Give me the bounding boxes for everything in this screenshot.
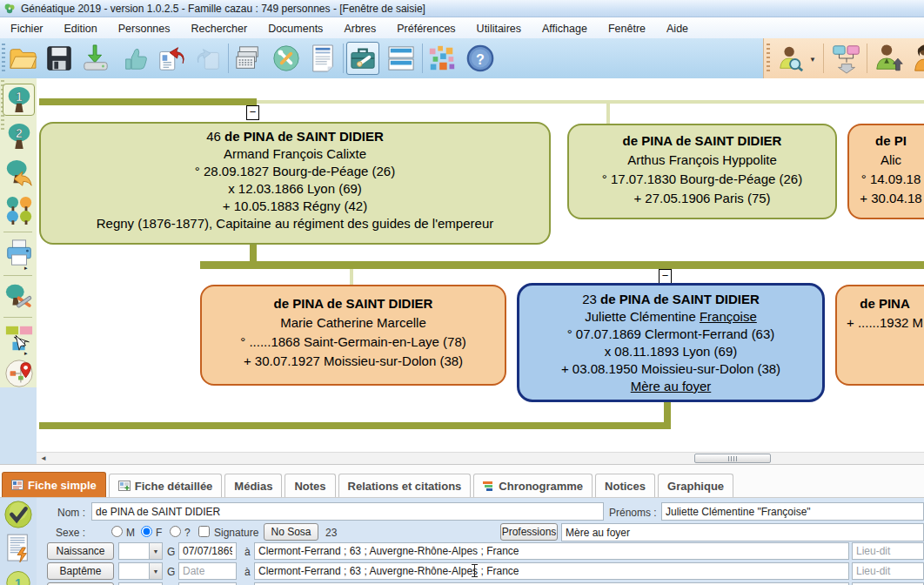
tab-fiche-detaillee[interactable]: Fiche détaillée bbox=[109, 474, 223, 497]
sexe-m-radio[interactable] bbox=[111, 526, 123, 537]
menu-aide[interactable]: Aide bbox=[656, 20, 699, 37]
tree-1-icon[interactable]: 1 bbox=[3, 569, 33, 585]
redo-icon[interactable] bbox=[192, 42, 225, 75]
sidebar-separator bbox=[3, 317, 32, 318]
validate-thumb-icon[interactable] bbox=[118, 42, 151, 75]
naissance-lieu-dit-input[interactable] bbox=[852, 542, 924, 560]
tab-relations-citations[interactable]: Relations et citations bbox=[338, 474, 472, 497]
naissance-date-input[interactable] bbox=[178, 542, 237, 560]
collapse-button[interactable]: − bbox=[659, 269, 672, 284]
workbench-icon[interactable] bbox=[346, 42, 379, 75]
combo-arrow-icon[interactable]: ▼ bbox=[149, 563, 162, 579]
quick-report-icon[interactable] bbox=[6, 533, 30, 564]
tree-connector bbox=[257, 100, 924, 104]
prenoms-input[interactable] bbox=[661, 502, 924, 521]
toolbar-separator bbox=[422, 44, 423, 73]
application-window: { "window": { "title": "Généatique 2019 … bbox=[0, 0, 924, 585]
person-birth: ° 28.09.1827 Bourg-de-Péage (26) bbox=[41, 163, 549, 180]
no-sosa-button[interactable]: No Sosa bbox=[264, 523, 318, 541]
signature-checkbox[interactable] bbox=[198, 526, 210, 537]
validate-check-icon[interactable] bbox=[3, 500, 33, 529]
map-icon[interactable] bbox=[3, 357, 35, 389]
panels-icon[interactable] bbox=[385, 42, 418, 75]
tools-icon[interactable] bbox=[270, 42, 303, 75]
menu-edition[interactable]: Edition bbox=[54, 20, 108, 37]
multi-trees-icon[interactable] bbox=[3, 193, 35, 225]
combo-arrow-icon[interactable]: ▼ bbox=[149, 543, 162, 559]
nom-input[interactable] bbox=[91, 502, 604, 521]
records-icon[interactable] bbox=[231, 42, 264, 75]
menu-preferences[interactable]: Préférences bbox=[386, 20, 465, 37]
person-search-drop-icon[interactable]: ▼ bbox=[809, 56, 816, 64]
mosaic-icon[interactable] bbox=[425, 42, 459, 75]
person-death: + 27.05.1906 Paris (75) bbox=[569, 189, 835, 208]
person-card[interactable]: de PINA de SAINT DIDIER Arthus François … bbox=[567, 124, 837, 219]
select-boxes-drop-icon[interactable]: ▸ bbox=[24, 350, 28, 357]
tab-notes[interactable]: Notes bbox=[285, 474, 335, 497]
tree-tools-icon[interactable] bbox=[3, 280, 35, 313]
tabstrip-gap bbox=[0, 464, 924, 473]
naissance-place-input[interactable] bbox=[254, 542, 849, 560]
bapteme-button[interactable]: Baptême bbox=[47, 562, 114, 580]
professions-input[interactable] bbox=[561, 523, 924, 541]
person-death: + 30.04.18 bbox=[849, 189, 924, 208]
person-search-icon[interactable] bbox=[774, 42, 807, 75]
print-drop-icon[interactable]: ▸ bbox=[24, 265, 28, 272]
toolbar-grip[interactable] bbox=[767, 44, 770, 73]
navigator-icon[interactable] bbox=[830, 42, 863, 75]
person-card[interactable]: 46 de PINA de SAINT DIDIER Armand Franço… bbox=[39, 122, 551, 245]
tab-chronogramme[interactable]: Chronogramme bbox=[473, 474, 593, 497]
add-man-icon[interactable] bbox=[872, 42, 905, 75]
menu-personnes[interactable]: Personnes bbox=[108, 20, 181, 37]
tree-canvas[interactable]: − − 46 de PINA de SAINT DIDIER Armand Fr… bbox=[37, 78, 924, 464]
tab-fiche-simple[interactable]: Fiche simple bbox=[2, 472, 106, 497]
tree-back-icon[interactable] bbox=[3, 157, 35, 189]
menu-affichage[interactable]: Affichage bbox=[532, 20, 598, 37]
bapteme-date-input[interactable] bbox=[178, 562, 237, 580]
save-icon[interactable] bbox=[43, 42, 76, 75]
tree-connector bbox=[606, 104, 610, 124]
menu-arbres[interactable]: Arbres bbox=[333, 20, 386, 37]
bapteme-type-combo[interactable]: ▼ bbox=[118, 562, 163, 580]
professions-button[interactable]: Professions bbox=[500, 523, 558, 541]
scroll-left-arrow[interactable]: ◄ bbox=[37, 453, 50, 464]
menu-fichier[interactable]: Fichier bbox=[0, 20, 54, 37]
tab-notices[interactable]: Notices bbox=[595, 474, 655, 497]
scrollbar-grip bbox=[728, 456, 737, 461]
menu-documents[interactable]: Documents bbox=[258, 20, 333, 37]
naissance-a-label: à bbox=[244, 546, 251, 558]
import-icon[interactable] bbox=[79, 42, 112, 75]
sexe-label: Sexe : bbox=[40, 527, 85, 539]
bapteme-place-input[interactable] bbox=[254, 562, 849, 580]
menu-rechercher[interactable]: Rechercher bbox=[181, 20, 258, 37]
naissance-type-combo[interactable]: ▼ bbox=[118, 542, 163, 560]
add-woman-icon[interactable] bbox=[908, 42, 924, 75]
tree-view-1-icon[interactable]: 1 bbox=[3, 84, 35, 116]
menu-fenetre[interactable]: Fenêtre bbox=[598, 20, 656, 37]
horizontal-scrollbar[interactable]: ◄ bbox=[37, 452, 924, 464]
tab-graphique[interactable]: Graphique bbox=[658, 474, 733, 497]
person-death: + ......1932 M bbox=[837, 313, 924, 333]
person-card[interactable]: de PI Alic ° 14.09.18 + 30.04.18 bbox=[847, 124, 924, 219]
scrollbar-thumb[interactable] bbox=[694, 454, 771, 463]
bapteme-lieu-dit-input[interactable] bbox=[852, 562, 924, 580]
sexe-unknown-radio[interactable] bbox=[170, 526, 181, 537]
help-icon[interactable]: ? bbox=[464, 42, 497, 75]
select-boxes-icon[interactable] bbox=[3, 322, 35, 354]
print-icon[interactable] bbox=[3, 237, 35, 269]
person-marriage: x 12.03.1866 Lyon (69) bbox=[41, 180, 549, 198]
undo-icon[interactable] bbox=[155, 42, 188, 75]
menu-utilitaires[interactable]: Utilitaires bbox=[466, 20, 532, 37]
nom-label: Nom : bbox=[40, 507, 85, 519]
collapse-button[interactable]: − bbox=[246, 105, 259, 120]
report-icon[interactable] bbox=[306, 42, 339, 75]
person-card-selected[interactable]: 23 de PINA de SAINT DIDIER Juliette Clém… bbox=[517, 283, 825, 402]
tab-medias[interactable]: Médias bbox=[224, 474, 282, 497]
tree-view-2-icon[interactable]: 2 bbox=[3, 120, 35, 152]
person-card[interactable]: de PINA de SAINT DIDIER Marie Catherine … bbox=[200, 285, 506, 386]
open-folder-icon[interactable] bbox=[6, 42, 39, 75]
naissance-button[interactable]: Naissance bbox=[47, 542, 114, 560]
sexe-f-radio[interactable] bbox=[141, 526, 152, 537]
toolbar-grip[interactable] bbox=[2, 44, 5, 73]
person-card[interactable]: de PINA + ......1932 M bbox=[835, 285, 924, 386]
